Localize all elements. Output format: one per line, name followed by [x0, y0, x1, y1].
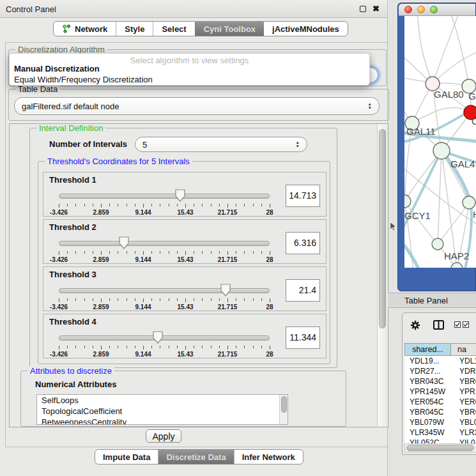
list-item[interactable]: BetweennessCentrality: [37, 417, 288, 425]
tick-mark: [135, 251, 135, 254]
table-cell: YBR045C: [404, 407, 451, 417]
slider-tick-labels: -3.4262.8599.14415.4321.71528: [59, 303, 270, 311]
table-cell: YBL0: [451, 417, 476, 427]
float-window-icon[interactable]: [360, 6, 366, 12]
network-node-hap2[interactable]: [432, 238, 443, 250]
tick-mark: [194, 204, 194, 206]
select-all-checkbox-icon[interactable]: [454, 321, 461, 328]
table-cell: YBR043C: [404, 376, 451, 387]
network-node-gal4[interactable]: [433, 142, 450, 159]
dropdown-option-equal-width[interactable]: Equal Width/Frequency Discretization: [14, 75, 153, 84]
close-icon[interactable]: ✖: [372, 4, 380, 13]
tab-label: Network: [75, 24, 107, 34]
threshold-value-field[interactable]: 14.713: [286, 185, 320, 207]
node-label: C: [472, 116, 476, 127]
slider-thumb[interactable]: [119, 236, 129, 249]
tick-mark: [160, 298, 160, 301]
gear-icon[interactable]: [410, 320, 420, 330]
slider-track[interactable]: [59, 288, 270, 293]
tick-mark: [59, 251, 59, 255]
tick-mark: [75, 204, 76, 206]
scrollbar-thumb[interactable]: [281, 396, 287, 413]
list-item[interactable]: TopologicalCoefficient: [37, 406, 288, 417]
deselect-checkbox-icon[interactable]: [463, 321, 469, 328]
network-canvas[interactable]: GAL80GACGAL11GAL4GCY1HHAP2: [404, 16, 476, 268]
table-row[interactable]: YBR043CYBR0: [404, 376, 476, 387]
tick-mark: [177, 346, 178, 348]
table-row[interactable]: YER054CYER0: [404, 397, 476, 407]
table-horizontal-scrollbar[interactable]: [404, 443, 476, 452]
thresholds-group-title: Threshold's Coordinates for 5 Intervals: [45, 157, 192, 166]
tick-mark: [219, 251, 220, 254]
table-cell: YBR0: [451, 407, 476, 417]
column-header-name[interactable]: na: [451, 343, 476, 356]
tick-mark: [143, 204, 144, 208]
tab-infer-network[interactable]: Infer Network: [234, 450, 303, 464]
table-row[interactable]: YDL19...YDL1: [404, 356, 476, 366]
tab-network[interactable]: Network: [54, 22, 116, 36]
slider-thumb[interactable]: [175, 189, 185, 202]
attributes-scrollbar[interactable]: [279, 395, 288, 424]
tick-mark: [219, 346, 220, 348]
slider-thumb[interactable]: [153, 331, 163, 344]
table-row[interactable]: YBL079WYBL0: [404, 417, 476, 427]
tick-mark: [169, 298, 169, 301]
table-row[interactable]: YIL052CYIL0: [404, 438, 476, 443]
tick-mark: [101, 346, 102, 349]
control-panel: Control Panel ✖ Network Style Select Cyn…: [0, 0, 388, 476]
table-row[interactable]: YBR045CYBR0: [404, 407, 476, 417]
slider-track[interactable]: [59, 335, 270, 341]
slider-ticks: [59, 298, 270, 303]
tick-mark: [93, 298, 93, 301]
tick-label: 9.144: [135, 303, 151, 311]
table-cell: YDL1: [451, 356, 476, 366]
minimize-traffic-light-icon[interactable]: [417, 6, 425, 13]
tick-mark: [75, 251, 76, 254]
tab-jactivemnodules[interactable]: jActiveMNodules: [264, 22, 348, 36]
apply-button[interactable]: Apply: [146, 429, 181, 443]
tab-style[interactable]: Style: [116, 22, 153, 36]
slider-track[interactable]: [59, 194, 270, 199]
table-cell: YLR3: [451, 427, 476, 438]
tick-mark: [270, 204, 270, 208]
tick-label: 15.43: [177, 303, 193, 311]
tab-discretize-data[interactable]: Discretize Data: [158, 450, 233, 464]
zoom-traffic-light-icon[interactable]: [430, 6, 438, 13]
tick-mark: [261, 251, 262, 254]
tick-mark: [67, 251, 68, 254]
tab-select[interactable]: Select: [153, 22, 194, 36]
table-data-combobox[interactable]: galFiltered.sif default node ▲▼: [14, 97, 380, 115]
threshold-value-field[interactable]: 6.316: [286, 232, 320, 254]
threshold-value-field[interactable]: 11.344: [286, 326, 320, 349]
table-row[interactable]: YLR345WYLR3: [404, 427, 476, 438]
table-row[interactable]: YPR145WYPR1: [404, 387, 476, 397]
tick-label: 2.859: [93, 351, 109, 358]
list-item[interactable]: SelfLoops: [37, 395, 288, 406]
network-node-gcy1[interactable]: [404, 195, 411, 208]
split-panel-icon[interactable]: [433, 320, 444, 330]
numerical-attributes-list[interactable]: SelfLoopsTopologicalCoefficientBetweenne…: [36, 394, 288, 425]
column-header-shared-name[interactable]: shared...: [404, 343, 451, 356]
tab-cyni-toolbox[interactable]: Cyni Toolbox: [195, 22, 264, 36]
node-label: H: [473, 209, 476, 220]
network-node-h[interactable]: [463, 196, 475, 209]
number-of-intervals-combobox[interactable]: 5 ▲▼: [135, 137, 307, 152]
scrollbar-thumb[interactable]: [406, 445, 474, 451]
tick-mark: [127, 251, 127, 254]
tick-mark: [67, 204, 68, 206]
threshold-value-field[interactable]: 21.4: [286, 279, 320, 302]
table-cell: YER0: [451, 397, 476, 407]
slider-thumb[interactable]: [220, 284, 231, 296]
settings-vertical-scrollbar[interactable]: [377, 124, 388, 427]
table-row[interactable]: YDR27...YDR2: [404, 366, 476, 376]
scrollbar-thumb[interactable]: [379, 129, 386, 328]
node-label: HAP2: [444, 250, 469, 261]
slider-track[interactable]: [59, 241, 270, 246]
tab-impute-data[interactable]: Impute Data: [95, 450, 158, 464]
tick-mark: [101, 251, 102, 255]
tick-mark: [84, 346, 85, 348]
network-window-titlebar[interactable]: [399, 4, 475, 16]
interval-definition-title: Interval Definition: [36, 123, 105, 133]
dropdown-option-manual[interactable]: Manual Discretization: [14, 64, 100, 73]
close-traffic-light-icon[interactable]: [404, 6, 412, 13]
